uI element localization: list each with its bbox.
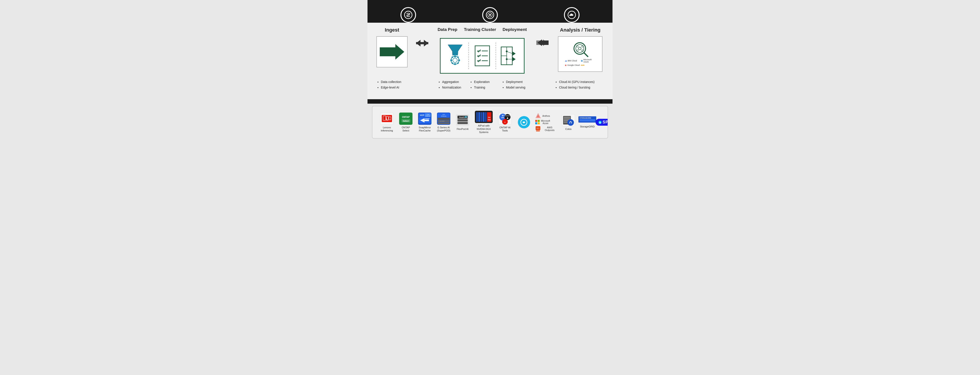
analysis-bullets: Cloud AI (GPU instances) Cloud tiering /… xyxy=(552,79,606,90)
svg-text:CSI: CSI xyxy=(427,114,429,115)
cloud-logos: ☁ IBM Cloud ▦ MicrosoftAzure ◉ Google Cl… xyxy=(565,59,595,66)
ibm-cloud-logo: ☁ IBM Cloud xyxy=(565,59,579,63)
google-cloud-logo: ◉ Google Cloud xyxy=(565,64,579,66)
aws-logo: aws xyxy=(581,64,596,66)
svg-marker-9 xyxy=(448,45,462,54)
product-flexpod: FlexPod AI FlexPod AI xyxy=(455,114,470,131)
svg-line-35 xyxy=(507,51,512,54)
svg-point-40 xyxy=(576,44,584,52)
svg-rect-108 xyxy=(564,118,570,119)
divider-1 xyxy=(468,43,469,69)
colos-label: Colos xyxy=(565,127,571,131)
ingest-title: Ingest xyxy=(385,27,399,33)
svg-rect-99 xyxy=(535,120,537,122)
middle-bullets: Aggregation Normalization Exploration Tr… xyxy=(436,79,531,90)
circle-1-icon xyxy=(518,116,530,128)
lenovo-logo: L xyxy=(380,112,393,125)
bullet-normalization: Normalization xyxy=(442,85,465,90)
svg-rect-113 xyxy=(570,123,571,124)
columns-row: Ingest Data Prep Training Cluster Dep xyxy=(368,23,612,76)
svg-text:▲: ▲ xyxy=(504,121,506,123)
products-section: L LenovoInferencing ONTAP Select ONTAP S… xyxy=(372,106,608,139)
product-anthos: Anthos MicrosoftAzure AWS AWS Outpost xyxy=(535,113,557,132)
svg-rect-84 xyxy=(485,112,487,122)
cloud-icon xyxy=(564,7,579,23)
bullet-cloud-tiering: Cloud tiering / bursting xyxy=(559,85,604,90)
sync-icon xyxy=(401,7,416,23)
svg-rect-83 xyxy=(483,112,484,122)
bullet-exploration: Exploration xyxy=(474,79,497,85)
svg-rect-117 xyxy=(579,120,595,121)
product-storagegrid: STORAGEGRID StorageGRID xyxy=(579,116,595,128)
svg-point-4 xyxy=(489,14,491,16)
svg-rect-68 xyxy=(438,118,450,120)
bullet-aggregation: Aggregation xyxy=(442,79,465,85)
bullet-cloud-ai: Cloud AI (GPU instances) xyxy=(559,79,604,85)
product-lenovo: L LenovoInferencing xyxy=(379,112,395,132)
deployment-bullets: Deployment Model serving xyxy=(500,79,531,90)
svg-rect-82 xyxy=(480,112,482,122)
training-bullets: Exploration Training xyxy=(467,79,499,90)
svg-marker-6 xyxy=(380,44,404,60)
svg-rect-100 xyxy=(538,120,540,122)
product-circle-1 xyxy=(516,116,531,128)
azure-label: MicrosoftAzure xyxy=(541,120,550,125)
bullet-data-collection: Data collection xyxy=(381,79,412,85)
svg-rect-16 xyxy=(458,60,460,61)
aws-outposts-item: AWS AWS Outposts xyxy=(535,126,557,132)
ontap-select-logo: ONTAP Select xyxy=(399,112,412,125)
middle-header-col xyxy=(482,7,498,23)
bottom-bar xyxy=(368,99,612,104)
aipod-label: AIPod withNVIDIA DGXSystems xyxy=(477,124,491,134)
deployment-title: Deployment xyxy=(503,27,527,32)
svg-rect-80 xyxy=(476,112,478,122)
svg-marker-32 xyxy=(512,57,515,62)
snapmirror-logo: XCP CSI SANtricity xyxy=(418,112,431,125)
svg-point-12 xyxy=(453,58,457,62)
product-ontap-ai: k8s TRIDENT ▲ ONTAP AITools xyxy=(497,112,513,132)
anthos-label: Anthos xyxy=(542,114,550,117)
flexpod-logo: FlexPod AI xyxy=(456,114,469,127)
data-prep-title: Data Prep xyxy=(438,27,458,32)
svg-rect-101 xyxy=(535,122,537,124)
snapmirror-label: SnapMirrorFlexCache xyxy=(419,126,431,132)
ingest-header-col xyxy=(401,7,416,23)
svg-rect-107 xyxy=(564,117,570,118)
bullet-edge-ai: Edge-level AI xyxy=(381,85,412,90)
spot-text: SPOT xyxy=(603,120,608,125)
svg-rect-75 xyxy=(458,119,468,122)
svg-text:ONTAP: ONTAP xyxy=(402,116,410,118)
ingest-box xyxy=(376,36,407,67)
svg-marker-31 xyxy=(512,51,515,56)
svg-rect-15 xyxy=(450,60,452,61)
product-snapmirror: XCP CSI SANtricity SnapMirrorFlexCache xyxy=(417,112,433,132)
svg-line-46 xyxy=(584,53,588,57)
svg-rect-102 xyxy=(538,122,540,124)
anthos-item: Anthos xyxy=(535,113,550,119)
middle-to-analysis-arrow xyxy=(535,27,550,46)
analysis-title: Analysis / Tiering xyxy=(560,27,600,33)
eseries-label: E-Series AI(SuperPOD) xyxy=(437,126,450,132)
product-spot: SPOT xyxy=(598,119,608,126)
svg-text:TRIDENT: TRIDENT xyxy=(504,115,511,117)
svg-text:GFS: GFS xyxy=(442,114,445,115)
bullet-deployment: Deployment xyxy=(506,79,529,85)
bullet-model-serving: Model serving xyxy=(506,85,529,90)
svg-rect-71 xyxy=(438,122,450,124)
analysis-box: ☁ IBM Cloud ▦ MicrosoftAzure ◉ Google Cl… xyxy=(558,36,603,72)
training-title: Training Cluster xyxy=(464,27,496,32)
svg-text:k8s: k8s xyxy=(501,117,504,119)
bullet-section: Data collection Edge-level AI Aggregatio… xyxy=(368,76,612,93)
svg-text:App: App xyxy=(488,119,491,120)
target-icon xyxy=(482,7,498,23)
product-ontap-select: ONTAP Select ONTAP Select xyxy=(398,112,414,132)
bullet-training: Training xyxy=(474,85,497,90)
data-prep-icon xyxy=(444,44,466,68)
training-icon xyxy=(471,45,493,67)
top-bar xyxy=(368,0,612,5)
azure-item: MicrosoftAzure xyxy=(535,120,550,125)
spot-logo: SPOT xyxy=(596,119,608,126)
svg-text:Net: Net xyxy=(488,117,491,118)
ingest-bullets: Data collection Edge-level AI xyxy=(374,79,414,90)
colos-logo xyxy=(562,114,575,127)
